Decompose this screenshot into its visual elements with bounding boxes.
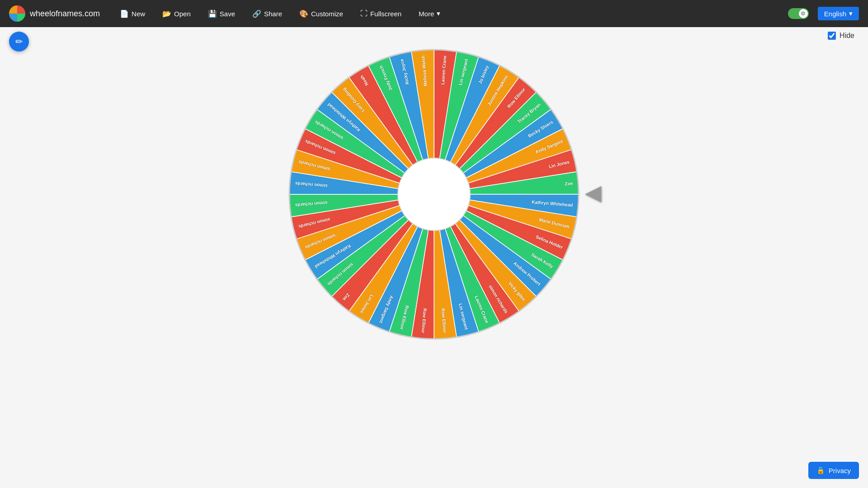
open-button[interactable]: 📂 Open xyxy=(156,7,197,21)
share-label: Share xyxy=(264,10,282,18)
more-button[interactable]: More ▾ xyxy=(412,7,447,20)
privacy-button[interactable]: 🔒 Privacy xyxy=(808,462,859,479)
hide-checkbox[interactable] xyxy=(828,32,836,40)
save-label: Save xyxy=(220,10,235,18)
toggle-thumb xyxy=(799,9,808,18)
language-chevron-icon: ▾ xyxy=(849,9,853,18)
customize-icon: 🎨 xyxy=(299,9,308,18)
more-chevron-icon: ▾ xyxy=(437,9,440,18)
header: wheelofnames.com 📄 New 📂 Open 💾 Save 🔗 S… xyxy=(0,0,868,27)
privacy-label: Privacy xyxy=(829,467,851,474)
hide-area: Hide xyxy=(828,32,854,40)
new-label: New xyxy=(132,10,145,18)
language-button[interactable]: English ▾ xyxy=(818,7,859,20)
open-label: Open xyxy=(174,10,191,18)
wheel-pointer xyxy=(585,186,601,202)
open-icon: 📂 xyxy=(162,9,171,18)
customize-label: Customize xyxy=(311,10,343,18)
fullscreen-icon: ⛶ xyxy=(360,9,368,18)
edit-icon: ✏ xyxy=(15,36,23,47)
save-button[interactable]: 💾 Save xyxy=(202,7,241,21)
new-icon: 📄 xyxy=(120,9,129,18)
save-icon: 💾 xyxy=(208,9,217,18)
new-button[interactable]: 📄 New xyxy=(113,7,151,21)
language-label: English xyxy=(824,10,846,18)
share-icon: 🔗 xyxy=(252,9,261,18)
wheel-canvas[interactable] xyxy=(280,41,588,348)
settings-toggle[interactable] xyxy=(788,8,809,19)
hide-label: Hide xyxy=(840,32,854,40)
logo-icon xyxy=(9,5,25,22)
more-label: More xyxy=(419,10,434,18)
logo-area: wheelofnames.com xyxy=(9,5,100,22)
privacy-icon: 🔒 xyxy=(816,466,825,474)
toggle-area[interactable] xyxy=(788,8,809,19)
share-button[interactable]: 🔗 Share xyxy=(246,7,288,21)
site-title: wheelofnames.com xyxy=(30,9,100,19)
fullscreen-label: Fullscreen xyxy=(370,10,401,18)
customize-button[interactable]: 🎨 Customize xyxy=(293,7,349,21)
fullscreen-button[interactable]: ⛶ Fullscreen xyxy=(354,7,408,20)
edit-fab-button[interactable]: ✏ xyxy=(9,32,29,52)
wheel-container[interactable] xyxy=(280,41,588,348)
